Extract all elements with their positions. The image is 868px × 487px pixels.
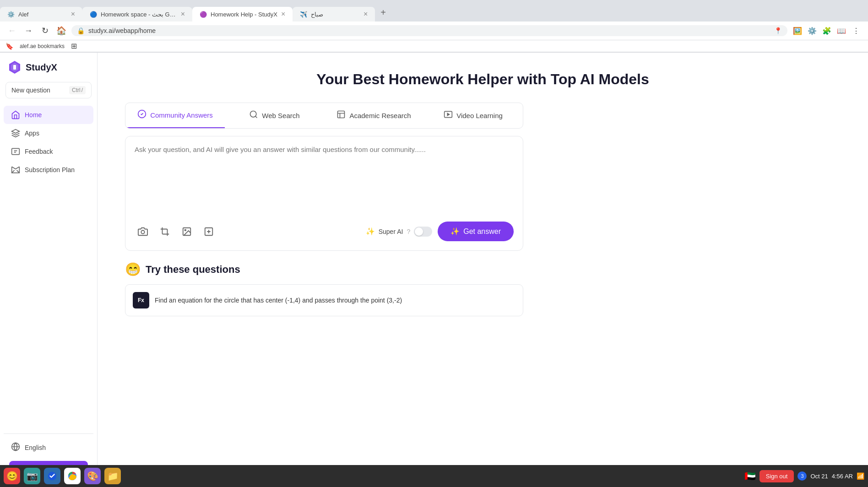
tab-web-search-label: Web Search	[262, 112, 299, 119]
tab-alef[interactable]: ⚙️ Alef ×	[0, 7, 82, 22]
address-text: studyx.ai/webapp/home	[88, 27, 770, 34]
tab-community-label: Community Answers	[150, 111, 213, 119]
sidebar: StudyX New question Ctrl / Home	[0, 53, 98, 487]
svg-marker-9	[448, 114, 450, 116]
taskbar-icon-red[interactable]: 😊	[4, 468, 20, 484]
try-question-text: Find an equation for the circle that has…	[155, 297, 402, 304]
tab-video-learning[interactable]: Video Learning	[423, 103, 523, 128]
reader-mode-icon[interactable]: 📖	[835, 24, 848, 37]
taskbar-icon-blue[interactable]	[44, 468, 60, 484]
magic-icon: ✨	[450, 227, 460, 236]
get-answer-button[interactable]: ✨ Get answer	[438, 222, 514, 241]
address-bar[interactable]: 🔒 studyx.ai/webapp/home 📍	[71, 25, 787, 36]
taskbar-flag-icon: 🇦🇪	[744, 471, 756, 482]
wifi-icon: 📶	[857, 472, 864, 480]
taskbar: 😊 📷 🎨 📁 🇦🇪 Sign out 3 Oct 21 4:56 AR	[0, 465, 868, 487]
new-tab-button[interactable]: +	[375, 4, 391, 22]
subscription-icon	[11, 165, 20, 174]
sidebar-subscription-label: Subscription Plan	[25, 166, 75, 173]
security-icon: 🔒	[77, 27, 85, 34]
formula-button[interactable]	[201, 223, 217, 240]
toolbar: ← → ↻ 🏠 🔒 studyx.ai/webapp/home 📍 🖼️ ⚙️ …	[0, 22, 868, 40]
crop-button[interactable]	[157, 223, 173, 240]
browser-chrome: ⚙️ Alef × 🔵 Homework space - بحث Google …	[0, 0, 868, 53]
tab-web-search[interactable]: Web Search	[225, 103, 324, 128]
new-question-button[interactable]: New question Ctrl /	[5, 82, 92, 98]
home-button[interactable]: 🏠	[55, 24, 68, 37]
tab-title: Alef	[18, 11, 67, 18]
language-label: English	[25, 444, 46, 451]
keyboard-shortcut: Ctrl /	[69, 86, 86, 94]
taskbar-icon-yellow[interactable]: 📁	[104, 468, 121, 484]
tab-close-alef[interactable]: ×	[71, 11, 75, 18]
sparkle-icon: ✨	[366, 227, 375, 236]
sidebar-home-label: Home	[25, 111, 42, 119]
extension-icon-1[interactable]: 🖼️	[791, 24, 804, 37]
new-question-label: New question	[11, 87, 50, 94]
menu-icon[interactable]: ⋮	[850, 24, 863, 37]
super-ai-toggle[interactable]	[414, 227, 432, 237]
camera-button[interactable]	[135, 223, 151, 240]
svg-rect-3	[12, 148, 20, 154]
reload-button[interactable]: ↻	[38, 24, 51, 37]
main-content: Your Best Homework Helper with Top AI Mo…	[98, 53, 868, 487]
toolbar-icons: 🖼️ ⚙️ 🧩 📖 ⋮	[791, 24, 863, 37]
forward-button[interactable]: →	[22, 24, 35, 37]
bookmarks-label[interactable]: alef.ae bookmarks	[17, 42, 67, 50]
right-actions: ✨ Super AI ? ✨ Get answer	[366, 222, 514, 241]
tab-close-studyx[interactable]: ×	[281, 11, 285, 18]
tab-favicon-studyx: 🟣	[200, 11, 207, 18]
language-selector[interactable]: English	[4, 438, 93, 457]
sidebar-item-apps[interactable]: Apps	[4, 124, 93, 142]
try-title-text: Try these questions	[146, 264, 240, 276]
help-icon: ?	[407, 228, 410, 235]
taskbar-date: Oct 21	[810, 473, 828, 480]
tab-studyx[interactable]: 🟣 Homework Help - StudyX ×	[192, 7, 293, 22]
settings-icon[interactable]: ⚙️	[806, 24, 819, 37]
sign-out-button[interactable]: Sign out	[760, 470, 794, 482]
tab-close-google[interactable]: ×	[181, 11, 185, 18]
question-tools	[135, 223, 217, 240]
web-search-icon	[249, 110, 258, 121]
question-input[interactable]	[135, 146, 514, 214]
tab-video-label: Video Learning	[456, 112, 503, 119]
svg-point-10	[141, 230, 144, 233]
taskbar-icon-teal[interactable]: 📷	[24, 468, 40, 484]
taskbar-icon-chrome[interactable]	[64, 468, 81, 484]
sidebar-item-feedback[interactable]: Feedback	[4, 142, 93, 161]
extension-icon-2[interactable]: 🧩	[820, 24, 833, 37]
get-answer-label: Get answer	[463, 227, 501, 236]
studyx-logo-icon	[7, 60, 22, 75]
sidebar-item-home[interactable]: Home	[4, 106, 93, 124]
bookmarks-bar: 🔖 alef.ae bookmarks ⊞	[0, 40, 868, 52]
try-section: 😁 Try these questions Fx Find an equatio…	[125, 262, 523, 316]
globe-icon	[11, 442, 20, 453]
svg-rect-2	[13, 65, 16, 70]
sidebar-apps-label: Apps	[25, 130, 39, 137]
taskbar-time: 4:56 AR	[832, 473, 853, 480]
taskbar-icon-purple[interactable]: 🎨	[84, 468, 101, 484]
tab-favicon: ⚙️	[7, 11, 15, 18]
video-icon	[444, 110, 453, 121]
search-tabs: Community Answers Web Search	[125, 103, 523, 129]
sidebar-item-subscription[interactable]: Subscription Plan	[4, 161, 93, 179]
svg-point-6	[250, 111, 256, 117]
tab-favicon: 🔵	[90, 11, 97, 18]
home-icon	[11, 110, 20, 119]
tab-google[interactable]: 🔵 Homework space - بحث Google ×	[82, 7, 192, 22]
image-button[interactable]	[179, 223, 195, 240]
back-button[interactable]: ←	[5, 24, 18, 37]
tab-community-answers[interactable]: Community Answers	[125, 103, 225, 128]
app-layout: StudyX New question Ctrl / Home	[0, 53, 868, 487]
tab-telegram[interactable]: ✈️ صباح ×	[293, 7, 375, 22]
tab-close-telegram[interactable]: ×	[363, 11, 368, 18]
svg-point-12	[184, 229, 186, 231]
tab-title-google: Homework space - بحث Google	[101, 11, 177, 18]
sidebar-feedback-label: Feedback	[25, 148, 53, 155]
try-question-item[interactable]: Fx Find an equation for the circle that …	[125, 284, 523, 316]
tab-academic-research[interactable]: Academic Research	[324, 103, 423, 128]
super-ai-label: Super AI	[379, 228, 403, 235]
taskbar-badge: 3	[797, 471, 807, 481]
location-icon: 📍	[774, 27, 782, 34]
sign-out-label: Sign out	[766, 473, 788, 480]
